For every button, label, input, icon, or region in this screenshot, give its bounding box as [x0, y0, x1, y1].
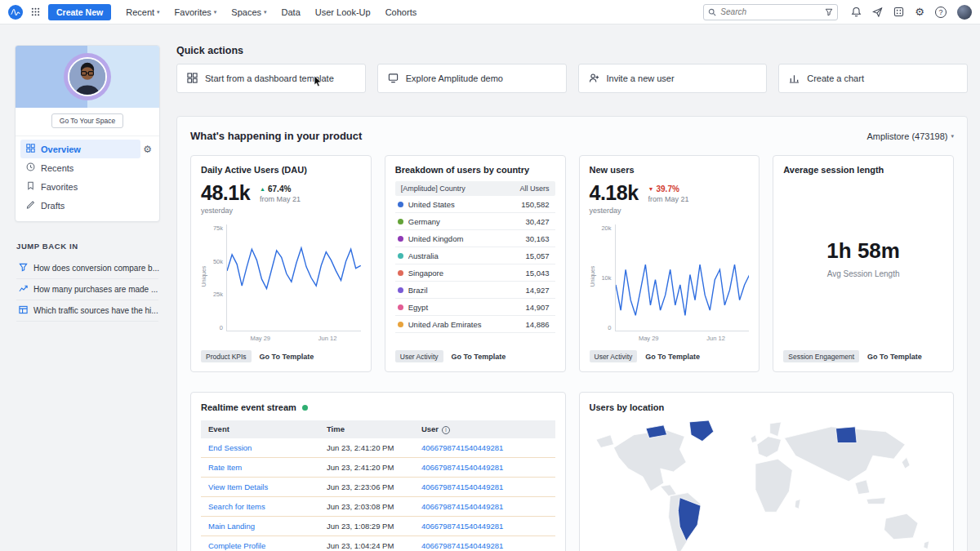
qa-card-invite-user[interactable]: Invite a new user [578, 64, 768, 93]
new-users-change-pct: 39.7% [657, 184, 679, 193]
table-row[interactable]: Singapore15,043 [395, 264, 555, 282]
settings-gear-icon[interactable]: ⚙ [915, 7, 924, 17]
profile-avatar[interactable] [64, 53, 111, 100]
overview-icon [26, 144, 35, 154]
main-nav: Recent▾ Favorites▾ Spaces▾ Data User Loo… [126, 7, 416, 17]
table-row[interactable]: Brazil14,927 [395, 282, 555, 299]
event-link[interactable]: Search for Items [208, 502, 327, 511]
series-color-dot [398, 287, 403, 293]
table-row: View Item DetailsJun 23, 2:23:06 PM40667… [201, 478, 555, 497]
qa-card-dashboard-template[interactable]: Start from a dashboard template [176, 64, 366, 93]
x-axis-ticks: May 29Jun 12 [226, 331, 361, 342]
chevron-down-icon: ▾ [951, 133, 954, 140]
top-navbar: Create New Recent▾ Favorites▾ Spaces▾ Da… [0, 0, 980, 24]
apps-panel-icon[interactable] [893, 7, 904, 17]
search-box[interactable] [703, 4, 838, 20]
y-axis-label: Uniques [201, 266, 207, 287]
overview-gear-icon[interactable]: ⚙ [140, 144, 154, 155]
space-button-row: Go To Your Space [16, 108, 159, 136]
event-link[interactable]: View Item Details [208, 482, 327, 491]
nav-spaces-label: Spaces [231, 7, 261, 17]
help-icon[interactable]: ? [935, 7, 947, 18]
sidebar-item-label: Drafts [41, 201, 65, 211]
qa-card-label: Explore Amplitude demo [406, 73, 503, 83]
table-row[interactable]: Australia15,057 [395, 247, 555, 264]
table-row[interactable]: United Arab Emirates14,886 [395, 316, 555, 333]
nav-recent[interactable]: Recent▾ [126, 7, 159, 17]
qa-card-label: Create a chart [807, 73, 864, 83]
user-id-link[interactable]: 4066798741540449281 [421, 502, 548, 511]
jump-back-item-conversion[interactable]: How does conversion compare b... [16, 258, 158, 279]
world-map[interactable]: + [590, 417, 944, 551]
waffle-menu-icon[interactable] [31, 7, 40, 16]
table-row[interactable]: Egypt14,907 [395, 299, 555, 316]
qa-card-explore-demo[interactable]: Explore Amplitude demo [377, 64, 567, 93]
table-row: Complete ProfileJun 23, 1:04:24 PM406679… [201, 536, 555, 551]
sidebar-item-drafts[interactable]: Drafts [20, 196, 154, 215]
go-to-template-link[interactable]: Go To Template [645, 353, 700, 361]
amplitude-logo-icon[interactable] [8, 5, 23, 20]
go-to-template-link[interactable]: Go To Template [260, 353, 314, 361]
map-card-title: Users by location [590, 402, 944, 412]
nav-data[interactable]: Data [282, 7, 301, 17]
go-to-your-space-button[interactable]: Go To Your Space [51, 113, 123, 128]
user-id-link[interactable]: 4066798741540449281 [421, 463, 548, 472]
info-icon[interactable]: i [442, 426, 450, 434]
user-id-link[interactable]: 4066798741540449281 [421, 541, 548, 550]
project-selector[interactable]: Amplistore (473198) ▾ [866, 131, 954, 141]
dau-card: Daily Active Users (DAU) 48.1k yesterday… [190, 155, 372, 372]
bottom-cards-row: Realtime event stream Event Time Useri E… [190, 392, 954, 551]
dau-value: 48.1k [201, 181, 250, 205]
map-region-greenland [689, 420, 714, 442]
event-link[interactable]: Complete Profile [208, 541, 327, 550]
sidebar-item-recents[interactable]: Recents [20, 158, 154, 177]
table-row[interactable]: United States150,582 [395, 196, 555, 213]
country-breakdown-card: Breakdown of users by country [Amplitude… [385, 155, 566, 372]
category-badge[interactable]: User Activity [590, 350, 638, 362]
sidebar-item-overview[interactable]: Overview [20, 140, 140, 158]
go-to-template-link[interactable]: Go To Template [867, 353, 922, 361]
line-chart-icon [19, 284, 28, 295]
dau-value-caption: yesterday [201, 207, 250, 215]
nav-cohorts[interactable]: Cohorts [385, 7, 417, 17]
table-row: Rate ItemJun 23, 2:41:20 PM4066798741540… [201, 458, 555, 478]
nav-favorites[interactable]: Favorites▾ [175, 7, 217, 17]
notifications-bell-icon[interactable] [851, 7, 862, 17]
event-link[interactable]: End Session [208, 443, 327, 452]
table-row[interactable]: United Kingdom30,163 [395, 230, 555, 247]
user-id-link[interactable]: 4066798741540449281 [421, 482, 548, 491]
new-users-card: New users 4.18k yesterday ▼ 39.7% from M… [579, 155, 760, 372]
send-icon[interactable] [872, 7, 883, 17]
category-badge[interactable]: Product KPIs [201, 350, 252, 362]
series-color-dot [398, 304, 403, 310]
table-row: End SessionJun 23, 2:41:20 PM40667987415… [201, 438, 555, 458]
bookmark-icon [26, 181, 35, 192]
event-link[interactable]: Rate Item [208, 463, 327, 472]
go-to-template-link[interactable]: Go To Template [452, 353, 506, 361]
session-length-caption: Avg Session Length [827, 269, 900, 278]
filter-funnel-icon[interactable] [825, 8, 833, 16]
nav-user-lookup[interactable]: User Look-Up [315, 7, 371, 17]
jump-back-item-purchases[interactable]: How many purchases are made ... [16, 279, 158, 300]
sidebar-item-favorites[interactable]: Favorites [20, 177, 154, 196]
country-card-title: Breakdown of users by country [395, 165, 555, 175]
x-axis-ticks: May 29Jun 12 [615, 331, 750, 342]
project-selector-label: Amplistore (473198) [866, 131, 947, 141]
category-badge[interactable]: User Activity [395, 350, 443, 362]
user-id-link[interactable]: 4066798741540449281 [421, 443, 548, 452]
table-row[interactable]: Germany30,427 [395, 213, 555, 230]
qa-card-create-chart[interactable]: Create a chart [778, 64, 968, 93]
event-link[interactable]: Main Landing [208, 522, 327, 531]
nav-spaces[interactable]: Spaces▾ [231, 7, 266, 17]
user-id-link[interactable]: 4066798741540449281 [421, 522, 548, 531]
sidebar-menu: Overview ⚙ Recents Favorites [16, 136, 159, 221]
jump-back-item-traffic[interactable]: Which traffic sources have the hi... [16, 300, 158, 322]
category-badge[interactable]: Session Engagement [783, 350, 859, 362]
event-table-header: Event Time Useri [201, 420, 555, 438]
trend-up-icon: ▲ [260, 186, 265, 192]
create-new-button[interactable]: Create New [48, 4, 111, 20]
user-avatar[interactable] [957, 5, 972, 20]
dau-line-chart: Uniques 75k50k25k0 May 29Jun 12 [201, 224, 361, 342]
search-input[interactable] [720, 7, 821, 16]
series-color-dot [398, 219, 403, 224]
